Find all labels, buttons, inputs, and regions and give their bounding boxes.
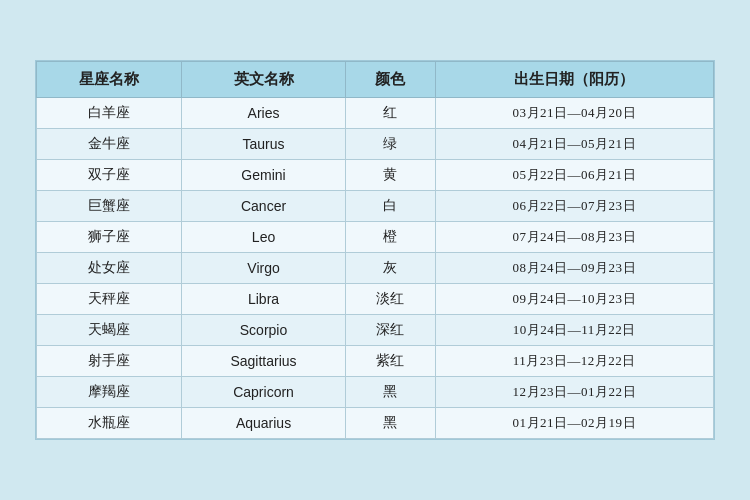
table-row: 天蝎座Scorpio深红10月24日—11月22日 bbox=[37, 315, 714, 346]
cell-color: 红 bbox=[346, 98, 435, 129]
zodiac-table-container: 星座名称 英文名称 颜色 出生日期（阳历） 白羊座Aries红03月21日—04… bbox=[35, 60, 715, 440]
cell-english-name: Gemini bbox=[181, 160, 346, 191]
table-row: 白羊座Aries红03月21日—04月20日 bbox=[37, 98, 714, 129]
cell-english-name: Aquarius bbox=[181, 408, 346, 439]
cell-color: 绿 bbox=[346, 129, 435, 160]
cell-english-name: Cancer bbox=[181, 191, 346, 222]
table-header-row: 星座名称 英文名称 颜色 出生日期（阳历） bbox=[37, 62, 714, 98]
cell-date-range: 08月24日—09月23日 bbox=[435, 253, 713, 284]
zodiac-table: 星座名称 英文名称 颜色 出生日期（阳历） 白羊座Aries红03月21日—04… bbox=[36, 61, 714, 439]
table-row: 狮子座Leo橙07月24日—08月23日 bbox=[37, 222, 714, 253]
cell-date-range: 07月24日—08月23日 bbox=[435, 222, 713, 253]
cell-color: 橙 bbox=[346, 222, 435, 253]
cell-color: 白 bbox=[346, 191, 435, 222]
cell-date-range: 01月21日—02月19日 bbox=[435, 408, 713, 439]
cell-color: 黄 bbox=[346, 160, 435, 191]
cell-chinese-name: 处女座 bbox=[37, 253, 182, 284]
col-header-color: 颜色 bbox=[346, 62, 435, 98]
cell-color: 灰 bbox=[346, 253, 435, 284]
cell-chinese-name: 摩羯座 bbox=[37, 377, 182, 408]
cell-date-range: 05月22日—06月21日 bbox=[435, 160, 713, 191]
cell-color: 淡红 bbox=[346, 284, 435, 315]
cell-color: 紫红 bbox=[346, 346, 435, 377]
cell-chinese-name: 天蝎座 bbox=[37, 315, 182, 346]
col-header-chinese: 星座名称 bbox=[37, 62, 182, 98]
cell-english-name: Sagittarius bbox=[181, 346, 346, 377]
cell-date-range: 04月21日—05月21日 bbox=[435, 129, 713, 160]
cell-date-range: 11月23日—12月22日 bbox=[435, 346, 713, 377]
cell-chinese-name: 白羊座 bbox=[37, 98, 182, 129]
table-row: 处女座Virgo灰08月24日—09月23日 bbox=[37, 253, 714, 284]
cell-date-range: 03月21日—04月20日 bbox=[435, 98, 713, 129]
cell-color: 深红 bbox=[346, 315, 435, 346]
cell-chinese-name: 水瓶座 bbox=[37, 408, 182, 439]
col-header-english: 英文名称 bbox=[181, 62, 346, 98]
cell-chinese-name: 射手座 bbox=[37, 346, 182, 377]
table-row: 射手座Sagittarius紫红11月23日—12月22日 bbox=[37, 346, 714, 377]
table-row: 摩羯座Capricorn黑12月23日—01月22日 bbox=[37, 377, 714, 408]
cell-english-name: Capricorn bbox=[181, 377, 346, 408]
table-row: 双子座Gemini黄05月22日—06月21日 bbox=[37, 160, 714, 191]
cell-date-range: 09月24日—10月23日 bbox=[435, 284, 713, 315]
cell-chinese-name: 双子座 bbox=[37, 160, 182, 191]
cell-color: 黑 bbox=[346, 408, 435, 439]
cell-color: 黑 bbox=[346, 377, 435, 408]
cell-english-name: Aries bbox=[181, 98, 346, 129]
cell-chinese-name: 狮子座 bbox=[37, 222, 182, 253]
cell-english-name: Libra bbox=[181, 284, 346, 315]
cell-english-name: Virgo bbox=[181, 253, 346, 284]
table-row: 巨蟹座Cancer白06月22日—07月23日 bbox=[37, 191, 714, 222]
table-row: 天秤座Libra淡红09月24日—10月23日 bbox=[37, 284, 714, 315]
table-body: 白羊座Aries红03月21日—04月20日金牛座Taurus绿04月21日—0… bbox=[37, 98, 714, 439]
table-row: 金牛座Taurus绿04月21日—05月21日 bbox=[37, 129, 714, 160]
cell-chinese-name: 巨蟹座 bbox=[37, 191, 182, 222]
cell-english-name: Leo bbox=[181, 222, 346, 253]
cell-date-range: 10月24日—11月22日 bbox=[435, 315, 713, 346]
cell-chinese-name: 金牛座 bbox=[37, 129, 182, 160]
cell-english-name: Taurus bbox=[181, 129, 346, 160]
table-row: 水瓶座Aquarius黑01月21日—02月19日 bbox=[37, 408, 714, 439]
cell-english-name: Scorpio bbox=[181, 315, 346, 346]
cell-date-range: 12月23日—01月22日 bbox=[435, 377, 713, 408]
cell-date-range: 06月22日—07月23日 bbox=[435, 191, 713, 222]
cell-chinese-name: 天秤座 bbox=[37, 284, 182, 315]
col-header-dates: 出生日期（阳历） bbox=[435, 62, 713, 98]
